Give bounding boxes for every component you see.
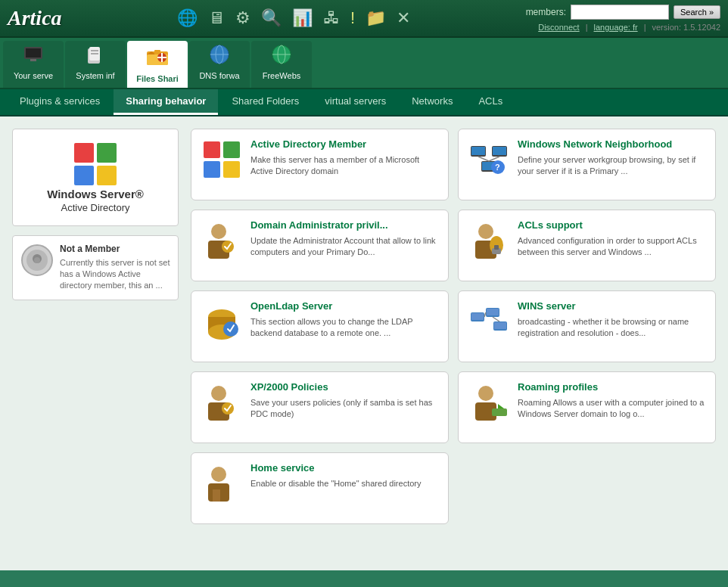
svg-rect-18 — [97, 143, 117, 163]
files-sharing-icon — [145, 44, 170, 73]
card-windows-network[interactable]: ? Windows Network Neighborhood Define yo… — [458, 129, 716, 200]
nav-virtual-servers[interactable]: virtual servers — [313, 89, 398, 115]
svg-line-48 — [478, 157, 489, 161]
gear-icon[interactable]: ⚙ — [235, 8, 250, 28]
tab-dns-forward-label: DNS forwa — [199, 71, 239, 80]
monitor-icon[interactable]: 🖥 — [208, 8, 225, 28]
svg-rect-2 — [30, 59, 36, 61]
tab-dns-forward[interactable]: DNS forwa — [189, 41, 250, 88]
nav-sharing-behavior[interactable]: Sharing behavior — [114, 89, 218, 115]
tab-system-info[interactable]: System inf — [65, 41, 126, 88]
card-wins-desc: broadcasting - whether it be browsing or… — [518, 316, 706, 340]
domain-admin-icon — [201, 219, 243, 262]
svg-point-65 — [478, 386, 493, 401]
search-button[interactable]: Search » — [674, 5, 720, 19]
svg-rect-67 — [492, 408, 507, 416]
card-roaming-profiles[interactable]: Roaming profiles Roaming Allows a user w… — [458, 371, 716, 443]
not-member-title: Not a Member — [60, 244, 170, 254]
system-info-icon — [85, 44, 106, 70]
chart-icon[interactable]: 📊 — [292, 8, 313, 28]
card-domain-admin-title: Domain Administrator privil... — [250, 219, 439, 232]
svg-rect-41 — [213, 489, 220, 502]
left-panel: Windows Server® Active Directory Not a M… — [12, 129, 179, 558]
tab-bar: Your serve System inf Files Shari DNS fo… — [0, 38, 728, 89]
svg-rect-17 — [74, 143, 94, 163]
xp-policies-icon — [201, 381, 243, 424]
sub-header-links: Disconnect | language: fr | version: 1.5… — [538, 23, 720, 32]
version-label: version: 1.5.12042 — [652, 23, 720, 32]
openldap-icon — [201, 300, 243, 343]
svg-rect-20 — [97, 166, 117, 185]
svg-point-52 — [478, 224, 493, 239]
feature-col-right: ? Windows Network Neighborhood Define yo… — [458, 129, 716, 558]
not-member-desc: Currently this server is not set has a W… — [60, 257, 170, 292]
svg-rect-62 — [494, 322, 506, 329]
folder-icon[interactable]: 📁 — [366, 8, 386, 28]
search-icon[interactable]: 🔍 — [261, 8, 282, 28]
members-input[interactable] — [571, 5, 669, 20]
nav-icons: 🌐 🖥 ⚙ 🔍 📊 🖧 ! 📁 ✕ — [177, 8, 410, 28]
tab-freewebs[interactable]: FreeWebs — [251, 41, 312, 88]
feature-col-left: Active Directory Member Make this server… — [191, 129, 449, 558]
tab-files-sharing[interactable]: Files Shari — [127, 41, 188, 88]
card-windows-network-desc: Define your server workgroup browsing, b… — [518, 154, 706, 178]
card-active-directory[interactable]: Active Directory Member Make this server… — [191, 129, 449, 200]
svg-rect-28 — [223, 161, 240, 178]
svg-line-63 — [484, 312, 486, 317]
tab-your-server-label: Your serve — [14, 71, 53, 80]
card-openldap-desc: This section allows you to change the LD… — [250, 316, 439, 340]
right-grid: Active Directory Member Make this server… — [191, 129, 716, 558]
svg-rect-27 — [204, 161, 220, 178]
close-icon[interactable]: ✕ — [397, 8, 410, 28]
svg-point-36 — [211, 386, 226, 401]
svg-rect-19 — [74, 166, 94, 185]
nav-plugins[interactable]: Plugins & services — [8, 89, 112, 115]
card-xp-policies[interactable]: XP/2000 Policies Save your users policie… — [191, 371, 449, 443]
globe-icon[interactable]: 🌐 — [177, 8, 198, 28]
lock-icon — [20, 244, 54, 277]
svg-point-39 — [211, 467, 226, 482]
card-acls-support[interactable]: ACLs support Advanced configuration in o… — [458, 210, 716, 281]
card-xp-policies-desc: Save your users policies (only if samba … — [250, 397, 439, 421]
svg-point-24 — [34, 257, 40, 263]
card-home-service[interactable]: Home service Enable or disable the "Home… — [191, 452, 449, 524]
card-windows-network-title: Windows Network Neighborhood — [518, 138, 706, 151]
svg-rect-56 — [494, 245, 499, 250]
card-active-directory-desc: Make this server has a member of a Micro… — [250, 154, 439, 178]
active-directory-icon — [201, 138, 243, 181]
alert-icon[interactable]: ! — [350, 8, 355, 28]
acls-support-icon — [468, 219, 510, 262]
windows-flag-icon — [73, 141, 118, 187]
svg-text:?: ? — [495, 163, 500, 172]
card-roaming-title: Roaming profiles — [518, 381, 706, 394]
card-wins-server[interactable]: WINS server broadcasting - whether it be… — [458, 290, 716, 362]
network-icon[interactable]: 🖧 — [323, 8, 340, 28]
svg-point-29 — [211, 224, 226, 239]
roaming-profiles-icon — [468, 381, 510, 424]
not-member-content: Not a Member Currently this server is no… — [60, 244, 170, 292]
disconnect-link[interactable]: Disconnect — [538, 23, 579, 32]
tab-files-sharing-label: Files Shari — [136, 74, 179, 83]
tab-freewebs-label: FreeWebs — [263, 71, 301, 80]
logo: Artica — [8, 6, 62, 30]
windows-network-icon: ? — [468, 138, 510, 181]
svg-rect-6 — [91, 53, 98, 54]
svg-rect-60 — [487, 309, 499, 315]
main-content: Windows Server® Active Directory Not a M… — [0, 116, 728, 570]
svg-rect-5 — [91, 50, 98, 51]
card-domain-admin[interactable]: Domain Administrator privil... Update th… — [191, 210, 449, 281]
freewebs-icon — [271, 44, 292, 70]
nav-acls[interactable]: ACLs — [466, 89, 515, 115]
nav-shared-folders[interactable]: Shared Folders — [219, 89, 311, 115]
windows-server-title: Windows Server® — [47, 187, 144, 202]
nav-networks[interactable]: Networks — [400, 89, 465, 115]
not-member-card[interactable]: Not a Member Currently this server is no… — [12, 235, 179, 300]
header: Artica 🌐 🖥 ⚙ 🔍 📊 🖧 ! 📁 ✕ members: Search… — [0, 0, 728, 38]
tab-your-server[interactable]: Your serve — [3, 41, 64, 88]
svg-rect-58 — [471, 313, 484, 320]
card-openldap[interactable]: OpenLdap Server This section allows you … — [191, 290, 449, 362]
home-service-icon — [201, 462, 243, 505]
your-server-icon — [23, 44, 44, 70]
language-link[interactable]: language: fr — [594, 23, 638, 32]
svg-rect-43 — [471, 147, 485, 155]
